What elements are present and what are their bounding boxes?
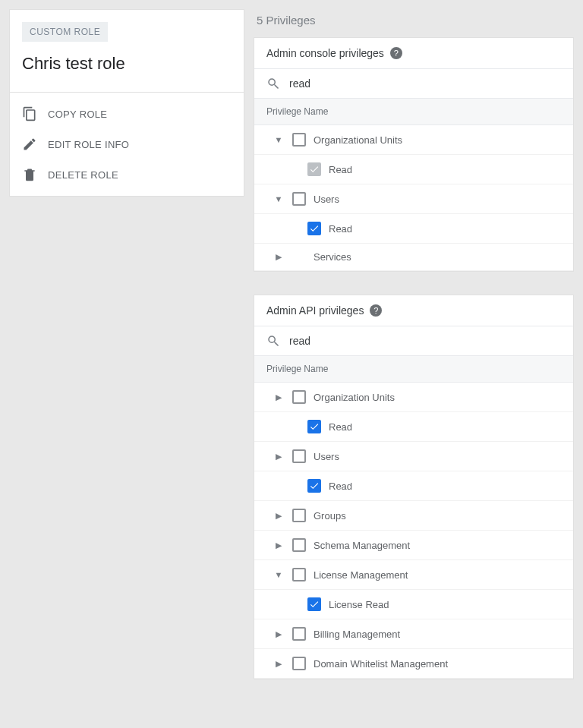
api-search-input[interactable] [289,335,561,347]
privilege-row-api-billing[interactable]: ▶ Billing Management [254,619,573,649]
pencil-icon [22,137,37,152]
chevron-right-icon[interactable]: ▶ [273,629,285,639]
privilege-row-api-users[interactable]: ▶ Users [254,442,573,471]
privilege-row-api-org-units-read[interactable]: Read [254,412,573,442]
chevron-down-icon[interactable]: ▼ [273,135,285,144]
privileges-title: 5 Privileges [254,9,574,37]
chevron-right-icon[interactable]: ▶ [273,540,285,550]
checkbox-api-billing[interactable] [292,627,306,641]
privilege-label: License Management [314,569,408,581]
privilege-label: Schema Management [314,540,410,551]
privilege-row-api-license[interactable]: ▼ License Management [254,560,573,590]
checkbox-api-groups[interactable] [292,509,306,522]
search-icon [266,77,280,90]
privilege-row-org-units-read[interactable]: Read [254,155,573,184]
privilege-row-api-org-units[interactable]: ▶ Organization Units [254,383,573,412]
privilege-label: Services [314,251,351,263]
role-name: Chris test role [22,54,232,74]
help-icon[interactable]: ? [370,304,382,317]
role-type-badge: CUSTOM ROLE [22,22,108,42]
trash-icon [22,167,37,182]
privilege-label: Organization Units [314,392,395,403]
privilege-label: Domain Whitelist Management [314,658,448,670]
api-privileges-card: Admin API privileges ? Privilege Name ▶ … [254,295,574,679]
copy-role-button[interactable]: COPY ROLE [10,99,244,129]
console-column-header: Privilege Name [254,99,573,125]
checkbox-users[interactable] [292,192,306,206]
chevron-right-icon[interactable]: ▶ [273,452,285,462]
copy-role-label: COPY ROLE [48,109,107,120]
privilege-label: Groups [314,510,346,522]
delete-role-label: DELETE ROLE [48,169,118,181]
privilege-row-org-units[interactable]: ▼ Organizational Units [254,125,573,155]
console-privileges-header: Admin console privileges [266,47,384,59]
privilege-row-services[interactable]: ▶ Services [254,244,573,271]
edit-role-label: EDIT ROLE INFO [48,139,129,150]
checkbox-api-users-read[interactable] [307,479,321,493]
privilege-row-api-users-read[interactable]: Read [254,471,573,501]
privilege-row-users[interactable]: ▼ Users [254,184,573,214]
privilege-row-api-license-read[interactable]: License Read [254,590,573,619]
console-search-input[interactable] [289,77,561,90]
privilege-row-api-groups[interactable]: ▶ Groups [254,501,573,531]
help-icon[interactable]: ? [390,47,402,59]
chevron-right-icon[interactable]: ▶ [273,511,285,521]
checkbox-api-license[interactable] [292,568,306,581]
privilege-row-api-domain-whitelist[interactable]: ▶ Domain Whitelist Management [254,649,573,679]
chevron-down-icon[interactable]: ▼ [273,570,285,579]
delete-role-button[interactable]: DELETE ROLE [10,159,244,190]
privilege-label: Users [314,194,339,205]
checkbox-org-units[interactable] [292,133,306,147]
checkbox-users-read[interactable] [307,222,321,235]
privilege-label: Organizational Units [314,134,402,146]
privilege-label: Read [329,421,352,433]
checkbox-api-license-read[interactable] [307,597,321,611]
checkbox-org-units-read [307,162,321,176]
console-privileges-card: Admin console privileges ? Privilege Nam… [254,37,574,272]
privilege-label: Read [329,481,352,492]
checkbox-api-schema[interactable] [292,538,306,552]
api-privileges-header: Admin API privileges [266,304,364,317]
checkbox-api-users[interactable] [292,449,306,463]
api-column-header: Privilege Name [254,356,573,383]
chevron-right-icon[interactable]: ▶ [273,252,285,262]
chevron-right-icon[interactable]: ▶ [273,392,285,402]
copy-icon [22,106,37,121]
checkbox-api-org-units[interactable] [292,390,306,404]
privilege-label: Read [329,223,352,235]
checkbox-api-org-units-read[interactable] [307,420,321,433]
edit-role-button[interactable]: EDIT ROLE INFO [10,129,244,159]
role-card: CUSTOM ROLE Chris test role COPY ROLE ED… [9,9,244,197]
privilege-label: License Read [329,599,389,610]
chevron-right-icon[interactable]: ▶ [273,659,285,669]
privilege-row-users-read[interactable]: Read [254,214,573,244]
privilege-label: Billing Management [314,629,400,640]
privilege-row-api-schema[interactable]: ▶ Schema Management [254,531,573,560]
checkbox-api-domain-whitelist[interactable] [292,657,306,670]
privilege-label: Read [329,164,352,175]
search-icon [266,334,280,348]
chevron-down-icon[interactable]: ▼ [273,194,285,203]
privilege-label: Users [314,451,339,462]
